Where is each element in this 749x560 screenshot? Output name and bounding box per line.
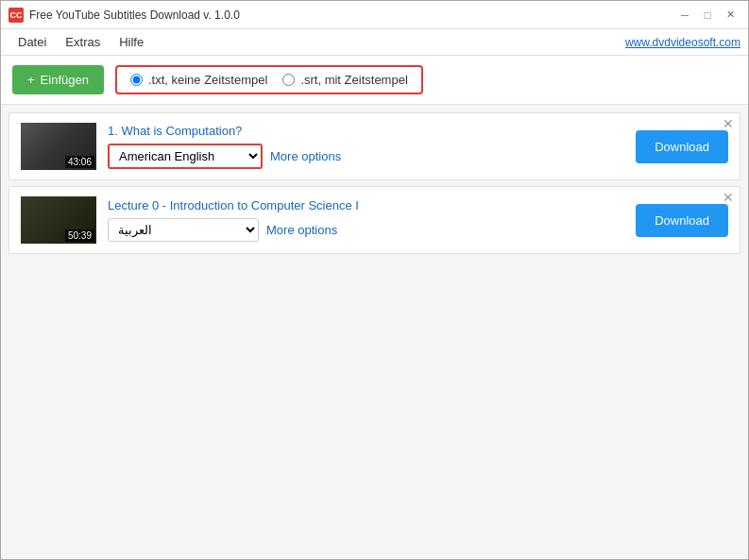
video-item-1: 43:06 1. What is Computation? American E… — [9, 112, 740, 180]
format-txt-radio[interactable] — [130, 74, 143, 86]
menu-datei[interactable]: Datei — [9, 31, 56, 53]
thumbnail-1: 43:06 — [21, 123, 96, 170]
add-button-label: Einfügen — [41, 73, 89, 87]
thumb-image-2: 50:39 — [21, 196, 96, 244]
app-icon: CC — [9, 8, 24, 23]
format-srt-radio[interactable] — [282, 74, 295, 86]
video-info-2: Lecture 0 - Introduction to Computer Sci… — [108, 198, 624, 242]
main-window: CC Free YouTube Subtitles Download v. 1.… — [0, 0, 749, 560]
language-select-2[interactable]: العربية American English English German — [108, 218, 259, 242]
content-area: 43:06 1. What is Computation? American E… — [1, 105, 748, 559]
duration-2: 50:39 — [65, 229, 94, 242]
window-title: Free YouTube Subtitles Download v. 1.0.0 — [29, 8, 674, 22]
thumbnail-2: 50:39 — [21, 196, 96, 244]
duration-1: 43:06 — [65, 156, 94, 168]
language-row-1: American English English German French S… — [108, 144, 624, 169]
plus-icon: + — [27, 73, 35, 87]
format-srt-option[interactable]: .srt, mit Zeitstempel — [282, 73, 407, 87]
more-options-link-2[interactable]: More options — [266, 223, 337, 237]
language-select-wrapper-1: American English English German French S… — [108, 144, 263, 169]
window-controls: ─ □ ✕ — [674, 6, 740, 25]
format-txt-option[interactable]: .txt, keine Zeitstempel — [130, 73, 267, 87]
language-row-2: العربية American English English German … — [108, 218, 624, 242]
format-options-group: .txt, keine Zeitstempel .srt, mit Zeitst… — [115, 65, 423, 94]
format-srt-label: .srt, mit Zeitstempel — [300, 73, 407, 87]
maximize-button[interactable]: □ — [697, 6, 718, 25]
download-button-1[interactable]: Download — [636, 130, 728, 163]
add-button[interactable]: + Einfügen — [12, 65, 104, 94]
menu-hilfe[interactable]: Hilfe — [110, 31, 153, 53]
title-bar: CC Free YouTube Subtitles Download v. 1.… — [1, 1, 748, 29]
download-button-2[interactable]: Download — [636, 204, 728, 237]
format-txt-label: .txt, keine Zeitstempel — [148, 73, 267, 87]
video-title-2[interactable]: Lecture 0 - Introduction to Computer Sci… — [108, 198, 624, 212]
video-title-1[interactable]: 1. What is Computation? — [108, 124, 624, 138]
more-options-link-1[interactable]: More options — [270, 149, 341, 163]
language-select-1[interactable]: American English English German French S… — [110, 145, 261, 167]
close-item-button-2[interactable]: ✕ — [723, 191, 734, 204]
toolbar: + Einfügen .txt, keine Zeitstempel .srt,… — [1, 56, 748, 105]
video-info-1: 1. What is Computation? American English… — [108, 124, 624, 169]
menu-extras[interactable]: Extras — [56, 31, 110, 53]
menu-bar: Datei Extras Hilfe www.dvdvideosoft.com — [1, 29, 748, 56]
minimize-button[interactable]: ─ — [674, 6, 695, 25]
close-item-button-1[interactable]: ✕ — [723, 117, 734, 130]
close-button[interactable]: ✕ — [720, 6, 740, 25]
website-link[interactable]: www.dvdvideosoft.com — [625, 36, 740, 49]
video-item-2: 50:39 Lecture 0 - Introduction to Comput… — [9, 186, 740, 254]
thumb-image-1: 43:06 — [21, 123, 96, 170]
